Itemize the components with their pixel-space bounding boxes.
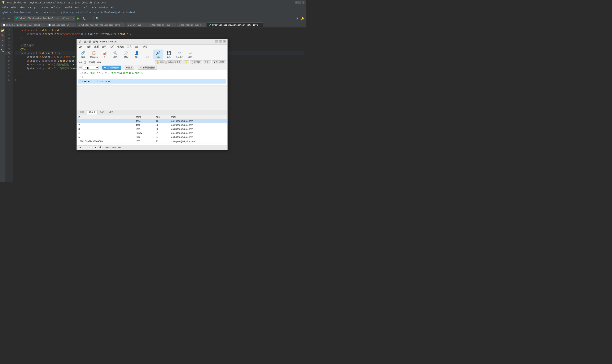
menu-refactor[interactable]: Refactor bbox=[49, 5, 63, 10]
close-button[interactable]: ✕ bbox=[302, 1, 305, 4]
navicat-window-controls[interactable]: ─ □ ✕ bbox=[215, 40, 226, 43]
tab-usermapper[interactable]: ☕ UserMapper.java ✕ bbox=[147, 22, 176, 27]
breadcrumb-src[interactable]: src bbox=[27, 11, 32, 14]
navicat-newquery-btn[interactable]: 📋 新建查询 bbox=[89, 50, 99, 59]
sidebar-structure-icon[interactable]: ⊞ bbox=[0, 38, 5, 42]
navicat-stop-btn[interactable]: ■ 停止 bbox=[125, 65, 134, 70]
tab-pom-xml[interactable]: 📄 pom.xml (mybatis_plus_demo) ✕ bbox=[0, 22, 46, 27]
navicat-query-builder-btn[interactable]: 查询创建工具 bbox=[166, 60, 183, 65]
tab-close-app[interactable]: ✕ bbox=[121, 24, 123, 26]
breadcrumb-mybatisplus[interactable]: mybatisplus bbox=[76, 11, 91, 14]
breadcrumb-java[interactable]: java bbox=[42, 11, 48, 14]
table-row[interactable]: 5Billie24test5@baomidou.com bbox=[77, 135, 227, 139]
navicat-nav-add[interactable]: + bbox=[78, 145, 82, 149]
navicat-beautify-btn[interactable]: ✨ bbox=[183, 60, 189, 65]
navicat-save-btn[interactable]: 🔒 保存 bbox=[155, 60, 166, 65]
navicat-close[interactable]: ✕ bbox=[223, 40, 226, 43]
settings-button[interactable]: ⚙ bbox=[294, 16, 300, 21]
navicat-rtab-info[interactable]: 信息 bbox=[78, 110, 87, 115]
tab-user[interactable]: ☕ User.java ✕ bbox=[126, 22, 147, 27]
navicat-rtab-status[interactable]: 状态 bbox=[107, 110, 116, 115]
navicat-model-btn[interactable]: 🗂 模型 bbox=[185, 50, 195, 59]
search-button[interactable]: 🔍 bbox=[94, 16, 100, 21]
table-row[interactable]: 1Jone18test1@baomidou.com bbox=[77, 119, 227, 123]
navicat-other-btn[interactable]: ⋯ 其它 bbox=[143, 50, 152, 59]
navicat-explain-btn[interactable]: ⚡ 解释已选择的 bbox=[138, 65, 157, 70]
breadcrumb-project[interactable]: mybatis_plus_demo bbox=[1, 11, 25, 14]
navicat-nav-refresh[interactable]: ↺ bbox=[98, 145, 102, 149]
tab-application-yml[interactable]: 📄 application.yml ✕ bbox=[46, 22, 76, 27]
navicat-query-btn[interactable]: 🔎 查询 bbox=[153, 50, 163, 59]
menu-code[interactable]: Code bbox=[41, 5, 49, 10]
navicat-menu-window[interactable]: 窗口 bbox=[133, 45, 141, 49]
navicat-maximize[interactable]: □ bbox=[219, 40, 222, 43]
navicat-rtab-result1[interactable]: 结果 1 bbox=[87, 110, 97, 115]
navicat-minimize[interactable]: ─ bbox=[215, 40, 218, 43]
menu-help[interactable]: Help bbox=[109, 5, 118, 10]
tab-close-tests[interactable]: ✕ bbox=[259, 24, 261, 26]
maximize-button[interactable]: □ bbox=[298, 1, 301, 4]
sidebar-run-icon[interactable]: ▶ bbox=[0, 43, 5, 47]
breadcrumb-com[interactable]: com bbox=[50, 11, 54, 14]
debug-button[interactable]: 🐛 bbox=[81, 16, 87, 21]
navicat-menu-file[interactable]: 文件 bbox=[78, 45, 85, 49]
navicat-menu-tools[interactable]: 工具 bbox=[126, 45, 133, 49]
navicat-menu-edit[interactable]: 编辑 bbox=[85, 45, 93, 49]
navicat-menu-format[interactable]: 格式 bbox=[108, 45, 116, 49]
navicat-nav-del[interactable]: – bbox=[83, 145, 87, 149]
coverage-button[interactable]: ☂ bbox=[87, 16, 92, 21]
table-row[interactable]: 4Sandy21test4@baomidou.com bbox=[77, 131, 227, 135]
navicat-connect-btn[interactable]: 🔗 连接 bbox=[78, 50, 88, 59]
navicat-text-btn[interactable]: 文本· bbox=[203, 60, 211, 65]
tab-main-app[interactable]: ☕ MybatisPlusDemoApplication.java ✕ bbox=[77, 22, 125, 27]
navicat-backup-btn[interactable]: 💾 备份 bbox=[164, 50, 174, 59]
breadcrumb-dingjiaxiong[interactable]: dingjiaxiong bbox=[57, 11, 74, 14]
menu-navigate[interactable]: Navigate bbox=[27, 5, 41, 10]
menu-view[interactable]: View bbox=[18, 5, 27, 10]
table-row[interactable]: 2Jack20test2@baomidou.com bbox=[77, 123, 227, 127]
run-button[interactable]: ▶ bbox=[76, 16, 81, 21]
navicat-table-btn[interactable]: 📊 表 bbox=[100, 50, 110, 59]
navicat-menu-help[interactable]: 帮助 bbox=[141, 45, 149, 49]
window-controls[interactable]: ─ □ ✕ bbox=[295, 1, 305, 4]
tab-tests[interactable]: 🧪 MybatisPlusDemoApplicationTests.java ✕ bbox=[207, 22, 263, 27]
tab-close-usermapper[interactable]: ✕ bbox=[171, 24, 174, 26]
back-button[interactable]: ← bbox=[1, 16, 6, 21]
menu-edit[interactable]: Edit bbox=[9, 5, 18, 10]
navicat-func-btn[interactable]: f() 函数 bbox=[121, 50, 131, 59]
breadcrumb-class[interactable]: MybatisPlusDemoApplicationTests bbox=[94, 11, 137, 14]
table-row[interactable]: 3Tom28test3@baomidou.com bbox=[77, 127, 227, 131]
menu-run[interactable]: Run bbox=[73, 5, 80, 10]
tab-close-yml[interactable]: ✕ bbox=[71, 24, 74, 26]
navicat-user-btn[interactable]: 👤 用户 bbox=[132, 50, 142, 59]
sidebar-bookmarks-icon[interactable]: 🔖 bbox=[0, 33, 5, 38]
navicat-autorun-btn[interactable]: ⚙ 自动运行 bbox=[175, 50, 185, 59]
navicat-nav-check[interactable]: ✓ bbox=[88, 145, 92, 149]
notifications-button[interactable]: 🔔 bbox=[300, 16, 305, 21]
menu-tools[interactable]: Tools bbox=[80, 5, 91, 10]
forward-button[interactable]: → bbox=[6, 16, 12, 21]
tab-close-pom[interactable]: ✕ bbox=[41, 24, 44, 26]
navicat-sql-editor[interactable]: 18 (5, 'Billie', 24, 'test5@baomidou.com… bbox=[77, 70, 227, 85]
tab-close-basemapper[interactable]: ✕ bbox=[201, 24, 204, 26]
navicat-run-query-btn[interactable]: ▶ 运行已选择的 bbox=[102, 65, 121, 70]
navicat-menu-view[interactable]: 查看 bbox=[93, 45, 100, 49]
navicat-db-select[interactable]: 本机 bbox=[83, 66, 98, 70]
navicat-nav-x[interactable]: ✕ bbox=[93, 145, 97, 149]
menu-vcs[interactable]: VCS bbox=[91, 5, 98, 10]
table-row[interactable]: 1580164951486169090张三23zhangsan@atguigu.… bbox=[77, 139, 227, 144]
sidebar-debug-icon[interactable]: 🐛 bbox=[0, 48, 5, 52]
navicat-export-btn[interactable]: ⬇ 导出结果 bbox=[212, 60, 226, 65]
tab-close-user[interactable]: ✕ bbox=[142, 24, 145, 26]
navicat-menu-favorites[interactable]: 收藏夹 bbox=[116, 45, 126, 49]
navicat-menu-query[interactable]: 查询 bbox=[100, 45, 108, 49]
navicat-view-btn[interactable]: 🔍 视图 bbox=[110, 50, 120, 59]
breadcrumb-test[interactable]: test bbox=[34, 11, 40, 14]
menu-build[interactable]: Build bbox=[63, 5, 73, 10]
run-config-selector[interactable]: 🧪 MybatisPlusDemoApplicationTests.testIn… bbox=[14, 16, 75, 21]
navicat-rtab-profile[interactable]: 剖析 bbox=[97, 110, 107, 115]
minimize-button[interactable]: ─ bbox=[295, 1, 298, 4]
sidebar-project-icon[interactable]: 📁 bbox=[0, 28, 5, 32]
tab-basemapper[interactable]: ☕ BaseMapper.class ✕ bbox=[176, 22, 206, 27]
menu-file[interactable]: File bbox=[1, 5, 9, 10]
